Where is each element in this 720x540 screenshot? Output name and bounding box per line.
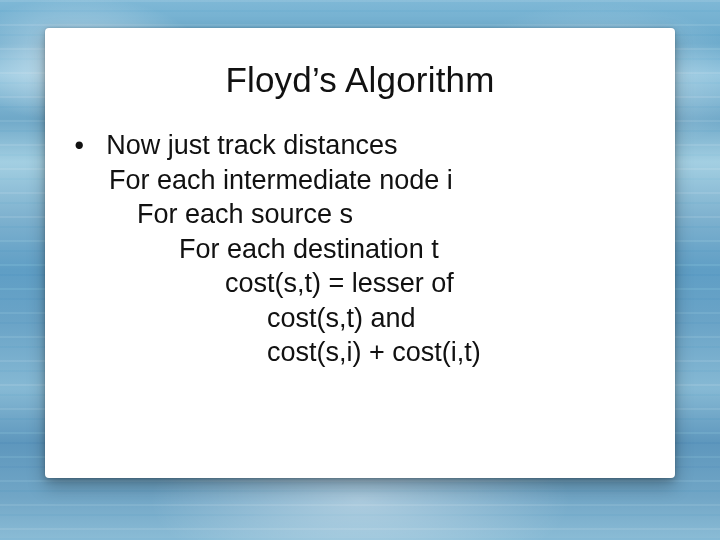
slide-title: Floyd’s Algorithm <box>67 60 653 100</box>
bullet-line-0: • Now just track distances <box>67 128 653 163</box>
line-3: For each destination t <box>67 232 653 267</box>
line-text: Now just track distances <box>106 130 397 160</box>
line-2: For each source s <box>67 197 653 232</box>
slide-background: Floyd’s Algorithm • Now just track dista… <box>0 0 720 540</box>
line-1: For each intermediate node i <box>67 163 653 198</box>
line-6: cost(s,i) + cost(i,t) <box>67 335 653 370</box>
bullet-icon: • <box>67 128 91 163</box>
slide-body: • Now just track distances For each inte… <box>67 128 653 370</box>
slide-card: Floyd’s Algorithm • Now just track dista… <box>45 28 675 478</box>
line-5: cost(s,t) and <box>67 301 653 336</box>
line-4: cost(s,t) = lesser of <box>67 266 653 301</box>
